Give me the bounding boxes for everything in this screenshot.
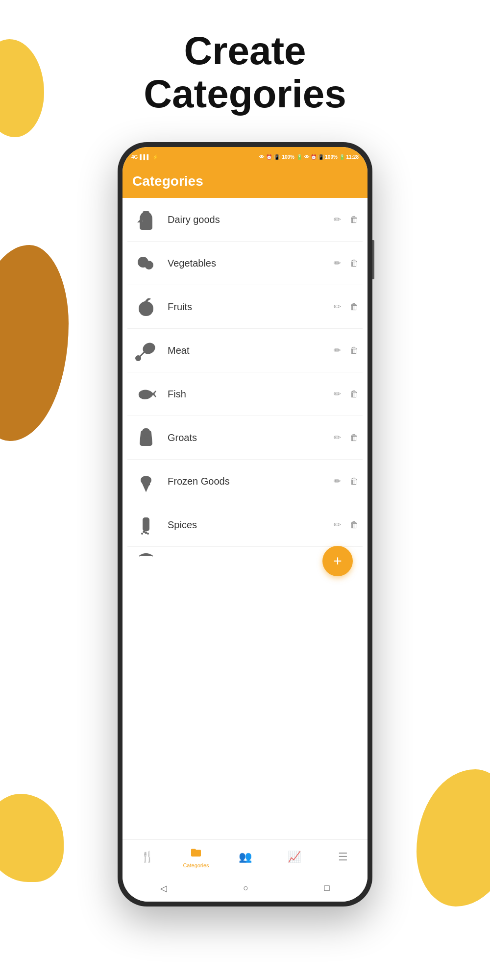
- meat-icon: [131, 336, 161, 365]
- edit-icon[interactable]: ✏: [334, 301, 341, 312]
- category-name-spices: Spices: [168, 519, 334, 531]
- dairy-icon: [131, 205, 161, 234]
- menu-icon: ☰: [338, 851, 348, 863]
- item-actions-meat: ✏ 🗑: [334, 345, 359, 356]
- item-actions-groats: ✏ 🗑: [334, 432, 359, 443]
- android-nav: ◁ ○ □: [122, 875, 368, 902]
- nav-item-menu[interactable]: ☰: [318, 851, 368, 864]
- category-name-fruits: Fruits: [168, 301, 334, 313]
- category-name-frozen: Frozen Goods: [168, 476, 334, 487]
- svg-point-14: [146, 439, 148, 441]
- decorative-blob-bottom-right: [416, 769, 490, 906]
- category-name-vegetables: Vegetables: [168, 258, 334, 269]
- list-item: Groats ✏ 🗑: [127, 416, 363, 460]
- battery-percent: 100%: [282, 154, 294, 160]
- spices-icon: [131, 510, 161, 539]
- svg-point-21: [146, 532, 147, 534]
- vegetables-icon: [131, 248, 161, 278]
- nav-item-family[interactable]: 👥: [220, 851, 270, 864]
- status-left: 4G ▌▌▌ ⚡: [131, 154, 158, 160]
- edit-icon[interactable]: ✏: [334, 389, 341, 399]
- decorative-blob-mid-left: [0, 245, 69, 441]
- svg-point-1: [142, 220, 144, 222]
- category-name-groats: Groats: [168, 432, 334, 443]
- usb-icon: ⚡: [152, 154, 158, 160]
- home-button[interactable]: ○: [243, 883, 248, 893]
- item-actions-fish: ✏ 🗑: [334, 389, 359, 399]
- battery-icon: 🔋: [296, 154, 302, 160]
- category-list[interactable]: Dairy goods ✏ 🗑: [122, 198, 368, 839]
- frozen-icon: [131, 466, 161, 496]
- svg-point-22: [142, 533, 143, 534]
- edit-icon[interactable]: ✏: [334, 345, 341, 356]
- list-item: Frozen Goods ✏ 🗑: [127, 460, 363, 503]
- add-category-button[interactable]: +: [322, 546, 353, 576]
- category-name-fish: Fish: [168, 389, 334, 400]
- bottom-navigation: 🍴 Categories 👥 �: [122, 839, 368, 875]
- signal-bars-icon: ▌▌▌: [140, 154, 150, 160]
- phone-mockup: 4G ▌▌▌ ⚡ 👁 ⏰ 📳 100% 🔋 👁 ⏰ 📳 100% 🔋 11:28…: [118, 142, 372, 906]
- eye-icon: 👁: [259, 154, 264, 160]
- status-bar: 4G ▌▌▌ ⚡ 👁 ⏰ 📳 100% 🔋 👁 ⏰ 📳 100% 🔋 11:28: [122, 147, 368, 167]
- svg-point-9: [141, 392, 143, 394]
- time: 👁 ⏰ 📳 100% 🔋 11:28: [304, 154, 359, 160]
- svg-point-23: [147, 533, 148, 534]
- phone-side-button: [372, 240, 374, 279]
- decorative-blob-bottom-left: [0, 794, 64, 882]
- delete-icon[interactable]: 🗑: [350, 215, 359, 225]
- edit-icon[interactable]: ✏: [334, 476, 341, 487]
- nav-item-stats[interactable]: 📈: [270, 851, 318, 864]
- list-item: Fish ✏ 🗑: [127, 372, 363, 416]
- app-header: Categories: [122, 167, 368, 198]
- list-item: Meat ✏ 🗑: [127, 329, 363, 372]
- recent-button[interactable]: □: [324, 883, 330, 893]
- delete-icon[interactable]: 🗑: [350, 258, 359, 269]
- page-title: Create Categories: [0, 0, 490, 116]
- fish-icon: [131, 379, 161, 409]
- item-actions-fruits: ✏ 🗑: [334, 301, 359, 312]
- family-icon: 👥: [239, 851, 252, 863]
- vibrate-icon: 📳: [274, 154, 280, 160]
- svg-point-19: [146, 521, 147, 522]
- item-actions-vegetables: ✏ 🗑: [334, 258, 359, 269]
- alarm-icon: ⏰: [266, 154, 272, 160]
- groats-icon: [131, 423, 161, 452]
- food-icon: 🍴: [141, 851, 154, 863]
- edit-icon[interactable]: ✏: [334, 519, 341, 530]
- edit-icon[interactable]: ✏: [334, 258, 341, 269]
- delete-icon[interactable]: 🗑: [350, 345, 359, 356]
- edit-icon[interactable]: ✏: [334, 214, 341, 225]
- svg-point-12: [147, 436, 149, 438]
- delete-icon[interactable]: 🗑: [350, 302, 359, 312]
- svg-point-7: [136, 356, 141, 361]
- list-item: Spices ✏ 🗑: [127, 503, 363, 547]
- delete-icon[interactable]: 🗑: [350, 433, 359, 443]
- item-actions-dairy: ✏ 🗑: [334, 214, 359, 225]
- back-button[interactable]: ◁: [160, 883, 167, 894]
- category-name-meat: Meat: [168, 345, 334, 356]
- edit-icon[interactable]: ✏: [334, 432, 341, 443]
- fruits-icon: [131, 292, 161, 321]
- item-actions-spices: ✏ 🗑: [334, 519, 359, 530]
- delete-icon[interactable]: 🗑: [350, 389, 359, 399]
- signal-icon: 4G: [131, 154, 138, 160]
- partial-icon: [131, 547, 161, 569]
- list-item: Fruits ✏ 🗑: [127, 285, 363, 329]
- nav-item-categories[interactable]: Categories: [172, 847, 220, 868]
- item-actions-frozen: ✏ 🗑: [334, 476, 359, 487]
- list-item: Vegetables ✏ 🗑: [127, 242, 363, 285]
- categories-icon: [190, 847, 202, 861]
- nav-item-food[interactable]: 🍴: [122, 851, 172, 864]
- svg-point-20: [144, 531, 145, 533]
- delete-icon[interactable]: 🗑: [350, 476, 359, 487]
- nav-label-categories: Categories: [183, 862, 209, 868]
- svg-point-2: [140, 221, 141, 222]
- app-header-title: Categories: [132, 173, 358, 189]
- delete-icon[interactable]: 🗑: [350, 520, 359, 530]
- status-right: 👁 ⏰ 📳 100% 🔋 👁 ⏰ 📳 100% 🔋 11:28: [259, 154, 359, 160]
- list-item: Dairy goods ✏ 🗑: [127, 198, 363, 242]
- category-name-dairy: Dairy goods: [168, 214, 334, 225]
- stats-icon: 📈: [288, 851, 301, 863]
